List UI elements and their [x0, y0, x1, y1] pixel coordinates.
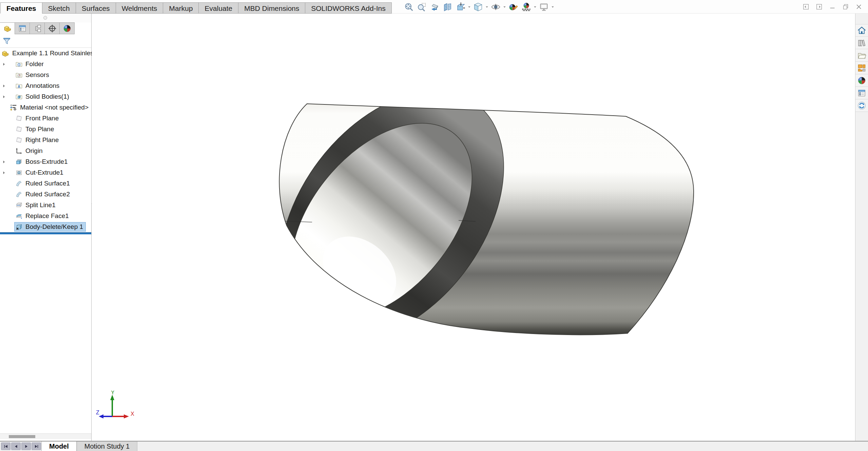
tree-item-front-plane[interactable]: Front Plane	[0, 113, 91, 124]
cut-extrude-icon	[15, 169, 23, 176]
nav-last-icon	[34, 444, 39, 449]
panel-scrollbar-thumb[interactable]	[9, 435, 35, 438]
ribbon-tab-solidworks-add-ins[interactable]: SOLIDWORKS Add-Ins	[305, 2, 391, 14]
panel-splitter-handle-top[interactable]	[43, 16, 47, 20]
minimize-icon	[829, 3, 836, 11]
panel-tab-propertymanager[interactable]	[15, 22, 30, 34]
minimize-button[interactable]	[828, 2, 837, 11]
tree-item-label: Origin	[25, 147, 43, 155]
ruled-surface-icon	[15, 191, 23, 198]
tree-item-sensors[interactable]: Sensors	[0, 70, 91, 80]
model-3d[interactable]	[92, 14, 855, 441]
tree-item-split-line1[interactable]: Split Line1	[0, 200, 91, 211]
tree-item-ruled-surface1[interactable]: Ruled Surface1	[0, 178, 91, 189]
task-pane-custom-properties-button[interactable]	[855, 87, 868, 99]
study-nav-last-button[interactable]	[32, 443, 41, 450]
panel-tab-dimxpertmanager[interactable]	[44, 22, 60, 34]
graphics-viewport[interactable]: Y X Z	[92, 14, 855, 441]
display-style-icon	[473, 2, 483, 12]
panel-tab-configurationmanager[interactable]	[30, 22, 45, 34]
tree-item-origin[interactable]: Origin	[0, 145, 91, 156]
rollback-bar[interactable]	[0, 232, 91, 234]
ribbon-tab-surfaces[interactable]: Surfaces	[76, 2, 116, 14]
chevron-down-icon	[551, 5, 555, 9]
tree-item-solid-bodies-1[interactable]: Solid Bodies(1)	[0, 91, 91, 102]
ribbon-tab-features[interactable]: Features	[0, 2, 42, 14]
expand-arrow[interactable]	[2, 95, 6, 99]
study-nav-previous-button[interactable]	[11, 443, 21, 450]
study-tab-model[interactable]: Model	[41, 442, 77, 451]
plane-icon	[15, 125, 23, 133]
tree-filter-input[interactable]	[15, 36, 89, 46]
view-settings-button[interactable]	[537, 1, 550, 13]
section-view-button[interactable]	[441, 1, 454, 13]
collapse-panel-right-button[interactable]	[815, 2, 824, 11]
tree-item-example-1-1-round-stainless[interactable]: Example 1.1 Round Stainless	[0, 48, 91, 59]
view-settings-dropdown[interactable]	[550, 1, 555, 13]
apply-scene-dropdown[interactable]	[533, 1, 537, 13]
task-pane-file-explorer-button[interactable]	[855, 49, 868, 62]
ribbon-tab-evaluate[interactable]: Evaluate	[198, 2, 238, 14]
study-nav-first-button[interactable]	[1, 443, 11, 450]
edit-appearance-button[interactable]	[507, 1, 520, 13]
tree-item-folder[interactable]: Folder	[0, 59, 91, 70]
split-line-icon	[15, 201, 23, 209]
restore-button[interactable]	[841, 2, 850, 11]
ribbon-tab-markup[interactable]: Markup	[163, 2, 199, 14]
feature-tree: Example 1.1 Round StainlessFolderSensors…	[0, 48, 91, 232]
study-nav-next-button[interactable]	[21, 443, 31, 450]
chevron-right-icon	[2, 62, 6, 66]
task-pane-view-palette-button[interactable]	[855, 62, 868, 74]
display-style-dropdown[interactable]	[484, 1, 489, 13]
config-tree-icon	[33, 24, 42, 33]
ribbon-tab-sketch[interactable]: Sketch	[42, 2, 76, 14]
collapse-panel-left-button[interactable]	[802, 2, 810, 11]
expand-arrow[interactable]	[2, 171, 6, 175]
apply-scene-icon	[521, 2, 531, 12]
zoom-area-button[interactable]	[415, 1, 428, 13]
panel-tab-displaymanager[interactable]	[59, 22, 75, 34]
tree-item-replace-face1[interactable]: Replace Face1	[0, 211, 91, 221]
tree-item-ruled-surface2[interactable]: Ruled Surface2	[0, 189, 91, 200]
panel-tab-featuremanager-tree[interactable]	[0, 22, 15, 34]
view-orientation-button[interactable]	[454, 1, 467, 13]
tree-item-right-plane[interactable]: Right Plane	[0, 135, 91, 145]
tree-item-material-not-specified[interactable]: Material <not specified>	[0, 102, 91, 113]
zoom-fit-button[interactable]	[402, 1, 415, 13]
window-controls	[802, 2, 863, 11]
hide-show-items-dropdown[interactable]	[502, 1, 507, 13]
display-style-button[interactable]	[471, 1, 484, 13]
featuremanager-panel: Example 1.1 Round StainlessFolderSensors…	[0, 14, 92, 441]
task-pane-design-library-button[interactable]	[855, 37, 868, 49]
task-pane-solidworks-forum-button[interactable]	[855, 99, 868, 112]
view-settings-icon	[539, 2, 549, 12]
close-button[interactable]	[854, 2, 863, 11]
expand-arrow[interactable]	[2, 84, 6, 88]
study-tab-motion-study-1[interactable]: Motion Study 1	[77, 442, 137, 451]
bottom-bar: ModelMotion Study 1	[0, 441, 868, 451]
previous-view-button[interactable]	[428, 1, 441, 13]
task-pane	[855, 14, 868, 441]
tree-item-body-delete-keep-1[interactable]: Body-Delete/Keep 1	[0, 221, 91, 232]
heads-up-view-toolbar	[402, 1, 555, 13]
task-pane-appearances-scenes-button[interactable]	[855, 74, 868, 87]
expand-arrow[interactable]	[2, 62, 6, 66]
tree-item-top-plane[interactable]: Top Plane	[0, 124, 91, 135]
part-yellow-icon	[3, 24, 12, 33]
exhaust-tip-model[interactable]	[234, 49, 694, 384]
top-bar: FeaturesSketchSurfacesWeldmentsMarkupEva…	[0, 0, 868, 14]
tree-item-annotations[interactable]: Annotations	[0, 80, 91, 91]
view-orientation-dropdown[interactable]	[467, 1, 471, 13]
tree-item-label: Right Plane	[25, 136, 59, 144]
apply-scene-button[interactable]	[520, 1, 533, 13]
panel-horizontal-scrollbar[interactable]	[0, 433, 91, 439]
origin-icon	[15, 147, 23, 155]
ribbon-tab-weldments[interactable]: Weldments	[116, 2, 163, 14]
expand-arrow[interactable]	[2, 160, 6, 164]
tree-item-boss-extrude1[interactable]: Boss-Extrude1	[0, 156, 91, 167]
home-icon	[857, 26, 866, 35]
task-pane-home-button[interactable]	[855, 24, 868, 37]
hide-show-items-button[interactable]	[489, 1, 502, 13]
tree-item-cut-extrude1[interactable]: Cut-Extrude1	[0, 167, 91, 178]
ribbon-tab-mbd-dimensions[interactable]: MBD Dimensions	[238, 2, 305, 14]
